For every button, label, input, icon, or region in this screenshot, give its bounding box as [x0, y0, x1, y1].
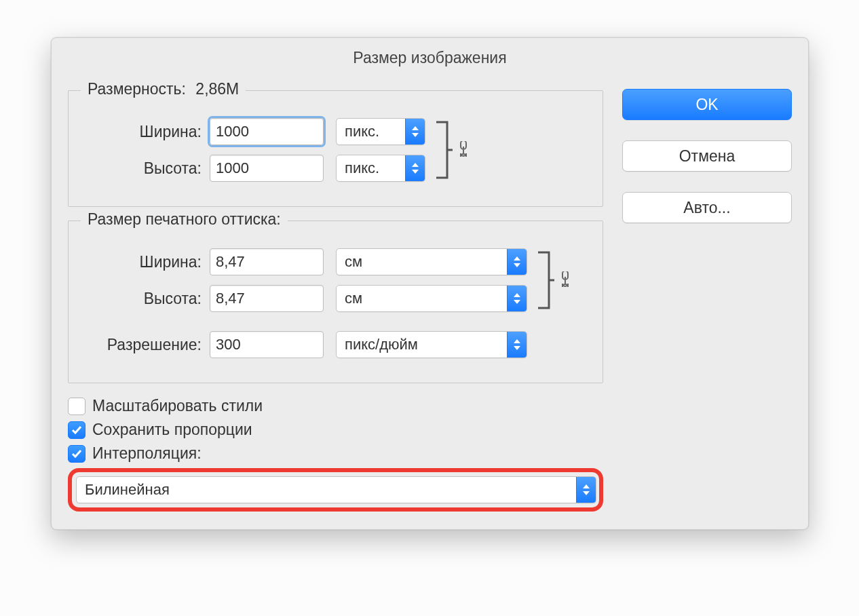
scale-styles-row: Масштабировать стили — [68, 397, 603, 415]
pixel-width-unit-select[interactable]: пикс. — [336, 118, 425, 145]
print-width-unit-select[interactable]: см — [336, 248, 527, 275]
print-height-unit-label: см — [337, 290, 507, 307]
print-size-group: Размер печатного оттиска: Ширина: см — [68, 220, 603, 383]
resolution-unit-select[interactable]: пикс/дюйм — [336, 331, 527, 358]
dialog-title: Размер изображения — [52, 38, 808, 77]
options-area: Масштабировать стили Сохранить пропорции… — [68, 397, 603, 512]
chain-icon — [457, 141, 469, 159]
interpolation-select[interactable]: Билинейная — [76, 476, 596, 503]
pixel-dimensions-legend: Размерность: 2,86M — [81, 80, 246, 98]
auto-button[interactable]: Авто... — [622, 192, 792, 223]
resolution-label: Разрешение: — [79, 336, 210, 354]
stepper-icon — [405, 155, 425, 181]
resolution-row: Разрешение: пикс/дюйм — [79, 331, 592, 358]
pixel-width-unit-label: пикс. — [337, 123, 405, 140]
chain-icon — [558, 271, 571, 289]
left-panel: Размерность: 2,86M Ширина: пикс. — [68, 77, 603, 512]
ok-button[interactable]: OK — [622, 89, 792, 120]
stepper-icon — [507, 332, 527, 358]
pixel-link-bracket — [436, 109, 469, 191]
scale-styles-label: Масштабировать стили — [92, 397, 263, 415]
print-size-legend: Размер печатного оттиска: — [81, 210, 288, 229]
stepper-icon — [507, 286, 527, 311]
dialog-content: Размерность: 2,86M Ширина: пикс. — [52, 77, 808, 529]
stepper-icon — [576, 477, 596, 503]
print-width-unit-label: см — [337, 253, 507, 271]
button-column: OK Отмена Авто... — [622, 77, 792, 512]
print-height-row: Высота: см — [79, 285, 527, 312]
resample-label: Интерполяция: — [92, 444, 202, 463]
pixel-dim-size: 2,86M — [195, 80, 239, 98]
resample-checkbox[interactable] — [68, 445, 85, 463]
constrain-label: Сохранить пропорции — [92, 421, 252, 439]
pixel-width-row: Ширина: пикс. — [79, 118, 425, 145]
constrain-checkbox[interactable] — [68, 421, 85, 439]
pixel-dimensions-group: Размерность: 2,86M Ширина: пикс. — [68, 90, 603, 207]
print-height-unit-select[interactable]: см — [336, 285, 527, 312]
stepper-icon — [405, 119, 425, 145]
interpolation-selected-label: Билинейная — [77, 481, 576, 499]
print-height-label: Высота: — [79, 290, 210, 308]
image-size-dialog: Размер изображения Размерность: 2,86M Ши… — [51, 37, 809, 530]
pixel-width-label: Ширина: — [79, 123, 210, 141]
pixel-height-unit-select[interactable]: пикс. — [336, 155, 425, 182]
resample-row: Интерполяция: — [68, 444, 603, 463]
print-height-input[interactable] — [210, 285, 324, 312]
print-width-input[interactable] — [210, 248, 324, 275]
print-link-bracket — [538, 239, 571, 322]
pixel-height-input[interactable] — [210, 155, 324, 182]
resolution-input[interactable] — [210, 331, 324, 358]
cancel-button[interactable]: Отмена — [622, 140, 792, 172]
pixel-height-row: Высота: пикс. — [79, 155, 425, 182]
scale-styles-checkbox[interactable] — [68, 398, 85, 415]
pixel-height-unit-label: пикс. — [337, 159, 405, 177]
stepper-icon — [507, 249, 527, 275]
constrain-row: Сохранить пропорции — [68, 421, 603, 439]
print-width-row: Ширина: см — [79, 248, 527, 275]
print-width-label: Ширина: — [79, 253, 210, 271]
interpolation-highlight: Билинейная — [68, 468, 603, 512]
pixel-width-input[interactable] — [210, 118, 324, 145]
pixel-dim-legend-text: Размерность: — [88, 80, 186, 98]
resolution-unit-label: пикс/дюйм — [337, 336, 507, 353]
pixel-height-label: Высота: — [79, 159, 210, 178]
